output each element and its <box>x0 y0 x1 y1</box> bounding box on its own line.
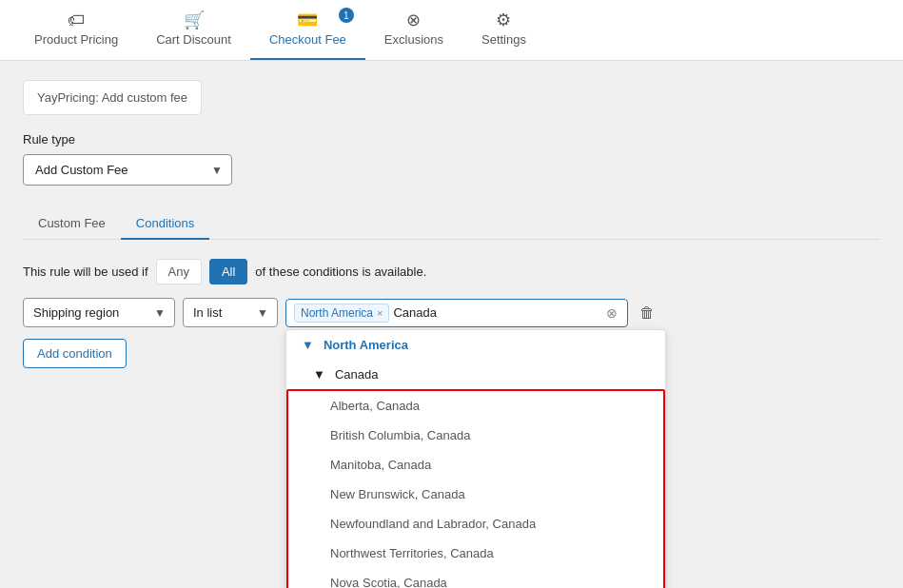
toggle-any-button[interactable]: Any <box>156 259 202 284</box>
field-select-wrapper: Shipping region ▼ <box>23 298 175 327</box>
checkout-fee-icon: 💳 <box>297 11 318 29</box>
rule-type-select-wrapper: Add Custom Fee ▼ <box>23 154 232 186</box>
exclusions-icon: ⊗ <box>406 11 421 29</box>
tab-custom-fee[interactable]: Custom Fee <box>23 208 121 240</box>
content-area: YayPricing: Add custom fee Rule type Add… <box>0 61 903 588</box>
tag-close-north-america[interactable]: × <box>377 307 383 319</box>
canada-triangle: ▼ <box>313 367 325 382</box>
bc-label: British Columbia, Canada <box>330 428 470 442</box>
rule-text-suffix: of these conditions is available. <box>255 265 426 279</box>
alberta-label: Alberta, Canada <box>330 399 420 413</box>
tag-input-field[interactable] <box>393 304 600 322</box>
top-nav: 🏷 Product Pricing 🛒 Cart Discount 💳 Chec… <box>0 0 903 61</box>
nav-product-pricing[interactable]: 🏷 Product Pricing <box>15 0 137 60</box>
north-america-triangle: ▼ <box>302 338 314 352</box>
cart-discount-icon: 🛒 <box>184 11 205 29</box>
dropdown-item-northwest[interactable]: Northwest Territories, Canada <box>288 539 663 568</box>
add-condition-button[interactable]: Add condition <box>23 339 127 368</box>
page-wrapper: 🏷 Product Pricing 🛒 Cart Discount 💳 Chec… <box>0 0 903 588</box>
nav-exclusions-label: Exclusions <box>384 32 443 47</box>
nav-cart-discount-label: Cart Discount <box>156 32 231 47</box>
rule-type-header-text: YayPricing: Add custom fee <box>37 90 187 105</box>
operator-select[interactable]: In list <box>183 298 278 327</box>
delete-condition-button[interactable]: 🗑 <box>636 301 658 325</box>
nova-scotia-label: Nova Scotia, Canada <box>330 576 447 589</box>
canada-label: Canada <box>335 367 379 382</box>
tab-conditions[interactable]: Conditions <box>121 208 209 240</box>
nav-settings[interactable]: ⚙ Settings <box>462 0 545 60</box>
tag-input-wrapper[interactable]: North America × ⊗ <box>285 299 628 327</box>
delete-icon: 🗑 <box>639 304 655 321</box>
rule-type-section: Rule type Add Custom Fee ▼ <box>23 132 880 208</box>
nav-cart-discount[interactable]: 🛒 Cart Discount <box>137 0 250 60</box>
nav-settings-label: Settings <box>481 32 526 47</box>
manitoba-label: Manitoba, Canada <box>330 458 431 472</box>
rule-type-label: Rule type <box>23 132 880 147</box>
dropdown-item-north-america[interactable]: ▼ North America <box>286 330 665 360</box>
nav-exclusions[interactable]: ⊗ Exclusions <box>365 0 462 60</box>
rule-type-select[interactable]: Add Custom Fee <box>23 154 232 186</box>
settings-icon: ⚙ <box>496 11 511 29</box>
dropdown-item-nova-scotia[interactable]: Nova Scotia, Canada <box>288 568 663 589</box>
dropdown-item-new-brunswick[interactable]: New Brunswick, Canada <box>288 480 663 509</box>
newfoundland-label: Newfoundland and Labrador, Canada <box>330 517 536 531</box>
conditions-section: This rule will be used if Any All of the… <box>23 259 880 368</box>
field-select[interactable]: Shipping region <box>23 298 175 327</box>
dropdown-item-newfoundland[interactable]: Newfoundland and Labrador, Canada <box>288 509 663 539</box>
nav-checkout-fee-label: Checkout Fee <box>269 32 346 47</box>
northwest-label: Northwest Territories, Canada <box>330 546 494 560</box>
dropdown-item-manitoba[interactable]: Manitoba, Canada <box>288 450 663 480</box>
product-pricing-icon: 🏷 <box>68 11 85 29</box>
dropdown-provinces-scroll[interactable]: Alberta, Canada British Columbia, Canada… <box>286 389 665 589</box>
operator-select-wrapper: In list ▼ <box>183 298 278 327</box>
tag-label: North America <box>301 306 373 320</box>
tabs: Custom Fee Conditions <box>23 208 880 240</box>
dropdown-item-bc[interactable]: British Columbia, Canada <box>288 421 663 450</box>
tag-north-america: North America × <box>294 304 389 323</box>
tag-input-clear[interactable]: ⊗ <box>604 305 619 321</box>
rule-text-prefix: This rule will be used if <box>23 265 148 279</box>
condition-row: Shipping region ▼ In list ▼ North Americ… <box>23 298 880 327</box>
dropdown-item-canada[interactable]: ▼ Canada <box>286 360 665 389</box>
nav-checkout-fee[interactable]: 💳 Checkout Fee 1 <box>250 0 365 60</box>
checkout-fee-badge: 1 <box>339 8 354 23</box>
north-america-label: North America <box>324 338 408 352</box>
conditions-rule-text: This rule will be used if Any All of the… <box>23 259 880 284</box>
new-brunswick-label: New Brunswick, Canada <box>330 487 465 501</box>
dropdown-item-alberta[interactable]: Alberta, Canada <box>288 391 663 421</box>
tag-input-container: North America × ⊗ ▼ North America <box>285 299 628 327</box>
rule-type-header: YayPricing: Add custom fee <box>23 80 202 115</box>
nav-product-pricing-label: Product Pricing <box>34 32 118 47</box>
toggle-all-button[interactable]: All <box>209 259 247 284</box>
region-dropdown: ▼ North America ▼ Canada Alberta, Canada <box>285 329 666 589</box>
